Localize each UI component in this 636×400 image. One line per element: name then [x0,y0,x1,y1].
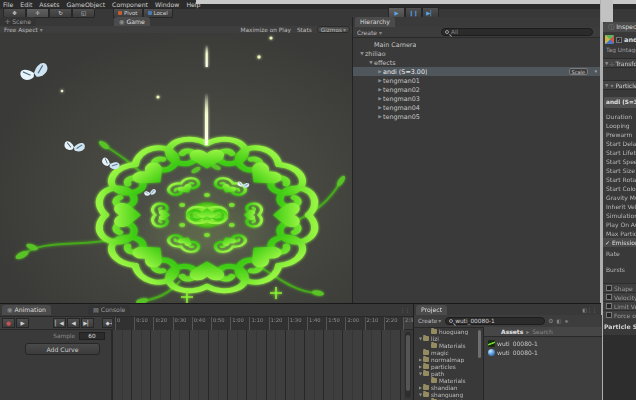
menu-item-gameobject[interactable]: GameObject [66,1,105,8]
emission-label: Emission [612,239,636,246]
asset-labels-icon[interactable]: ◧ [556,318,561,324]
asset-item[interactable]: wuti_00080-1 [484,348,602,357]
project-tree-row-magic[interactable]: magic [414,349,481,356]
project-tree-row-lizi[interactable]: ▼lizi [414,335,481,342]
scale-tool-button[interactable]: ◱ [72,8,95,18]
hierarchy-row-effects[interactable]: ▼effects [353,58,601,67]
aspect-dropdown[interactable]: Free Aspect [4,27,38,33]
animation-property-column: Sample 60 Add Curve [0,330,112,400]
hierarchy-item-label: tengman05 [383,113,420,121]
gizmos-dropdown[interactable]: Gizmos ▾ [317,26,350,33]
prefab-cube-icon [605,35,614,44]
tab-project[interactable]: Project [416,305,447,315]
prev-frame-button[interactable]: ◀ [67,318,80,328]
project-folder-label: magic [431,350,449,356]
project-tree-row-normalmap[interactable]: ▶normalmap [414,356,481,363]
rotate-tool-button[interactable]: ↻ [49,8,72,18]
project-folder-label: path [431,371,444,377]
favorites-icon[interactable]: ★ [564,318,568,324]
project-create-button[interactable]: Create [418,318,437,324]
particle-mandala [99,139,314,291]
menu-item-edit[interactable]: Edit [20,1,32,8]
hierarchy-create-dropdown-icon[interactable]: ▾ [379,29,382,36]
module-row-shape[interactable]: Shape [603,283,636,292]
anim-play-icon: ▶ [20,320,24,326]
hierarchy-row-tengman04[interactable]: ▶tengman04 [353,103,601,112]
light-streaks [61,36,273,145]
tab-hierarchy[interactable]: Hierarchy [355,17,395,27]
module-row-limit-velocity-over-lifetime[interactable]: Limit Velocity over Lifetime [603,301,636,310]
project-folder-label: lizi [431,336,439,342]
module-checkbox[interactable] [606,303,612,309]
project-tree-row-huoguang[interactable]: huoguang [414,328,481,335]
animation-vertical-scrollbar[interactable] [405,332,411,398]
module-row-velocity-over-lifetime[interactable]: Velocity over Lifetime [603,292,636,301]
tab-animation[interactable]: ◉ Animation [2,305,51,315]
next-frame-button[interactable]: ▶▏ [81,318,94,328]
module-row-force-over-lifetime[interactable]: Force over Lifetime [603,310,636,319]
emission-module-header[interactable]: ✓ Emission [603,238,636,247]
local-icon [148,11,152,15]
menu-item-window[interactable]: Window [155,1,179,8]
aspect-dropdown-icon[interactable]: ▾ [40,27,43,33]
project-tree-row-particles[interactable]: ▶particles [414,363,481,370]
transform-component-header[interactable]: ▼ ⊹ Transform [603,58,636,68]
scale-badge[interactable]: Scale [569,68,588,75]
dopesheet-area[interactable] [112,330,404,400]
play-icon: ▶ [394,10,398,16]
project-tree-row-materials[interactable]: Materials [414,342,481,349]
anim-play-button[interactable]: ▶ [16,318,29,328]
maximize-on-play-toggle[interactable]: Maximize on Play [240,27,290,33]
timeline-ruler[interactable]: 00:100:200:300:400:501:001:101:201:301:4… [112,316,404,330]
project-menu-icon[interactable]: ⋮⋮ [587,307,597,313]
first-frame-button[interactable]: ▏◀ [53,318,66,328]
active-checkbox[interactable]: ✓ [616,37,622,43]
curve-editor-area [603,335,636,400]
hierarchy-row-tengman02[interactable]: ▶tengman02 [353,85,601,94]
hierarchy-row-zhiliao[interactable]: ▼zhiliao [353,49,601,58]
game-viewport[interactable] [0,33,352,304]
emission-checkbox[interactable]: ✓ [605,239,610,246]
project-tree-scrollbar[interactable] [478,330,481,358]
folder-icon [423,392,429,397]
tab-inspector[interactable]: ⓘ Inspector [603,22,636,32]
module-checkbox[interactable] [606,312,612,318]
hierarchy-row-tengman01[interactable]: ▶tengman01 [353,76,601,85]
module-checkbox[interactable] [606,285,612,291]
ruler-tick: 1:10 [249,317,263,330]
menu-item-component[interactable]: Component [112,1,148,8]
breadcrumb-root[interactable]: Assets [501,328,523,335]
search-icon [445,30,449,34]
property-start-lifetime: Start Lifetime [603,148,636,157]
add-curve-button[interactable]: Add Curve [25,343,100,355]
project-tree-row-shandian[interactable]: ▶shandian [414,384,481,391]
particle-system-component-header[interactable]: ▼ ✦ Particle System [603,80,636,90]
tab-console[interactable]: ▤ Console [88,305,130,315]
badge-dropdown-icon[interactable]: ▾ [594,68,597,74]
menu-item-file[interactable]: File [3,1,13,8]
project-create-dropdown-icon[interactable]: ▾ [438,318,441,324]
hierarchy-row-tengman05[interactable]: ▶tengman05 [353,112,601,121]
tag-label: Tag [606,47,616,53]
menu-item-assets[interactable]: Assets [39,1,59,8]
stats-toggle[interactable]: Stats [297,27,312,33]
project-tree-row-path[interactable]: ▼path [414,370,481,377]
panel-menu-icon[interactable]: ⋮⋮ [400,307,410,313]
project-tree-row-shanguang[interactable]: ▼shanguang [414,391,481,398]
record-button[interactable]: ● [2,318,15,328]
hierarchy-row-andi-s-3-00[interactable]: ▶andi (S=3.00)Scale▾ [353,67,601,76]
module-checkbox[interactable] [606,294,612,300]
shuriken-title-bar[interactable]: andi (S=3.00) [604,97,636,108]
hierarchy-row-tengman03[interactable]: ▶tengman03 [353,94,601,103]
hierarchy-search-input[interactable]: All [441,28,593,36]
project-tree-row-materials[interactable]: Materials [414,377,481,384]
hierarchy-create-button[interactable]: Create [357,29,377,36]
asset-item[interactable]: wuti_00080-1 [484,339,602,348]
sample-rate-field[interactable]: 60 [79,332,105,340]
hierarchy-item-label: andi (S=3.00) [383,68,427,76]
gear-icon[interactable]: ⚙ [548,318,553,324]
hierarchy-row-main-camera[interactable]: Main Camera [353,40,601,49]
project-search-input[interactable]: wuti_00080-1 [445,317,545,325]
tag-dropdown[interactable]: Untagged [618,47,636,53]
hierarchy-item-label: tengman03 [383,95,420,103]
